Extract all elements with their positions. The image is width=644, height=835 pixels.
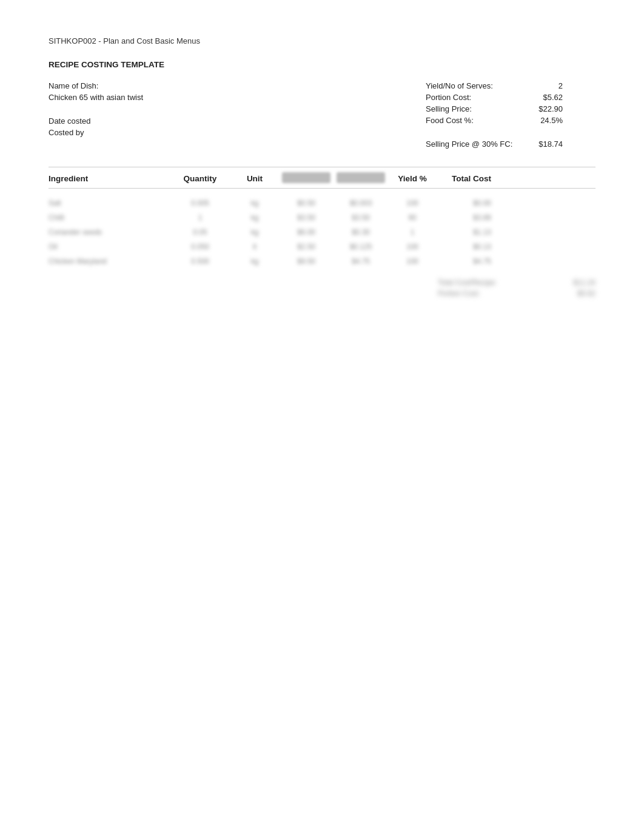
cell-unit: kg	[230, 228, 279, 236]
dish-name-value-row: Chicken 65 with asian twist	[49, 93, 143, 102]
cell-ingredient: Oil	[49, 243, 170, 251]
col-header-blurred-2	[334, 172, 388, 183]
selling-price-label: Selling Price:	[426, 104, 517, 113]
portion-cost-label: Portion Cost:	[426, 93, 517, 102]
costed-by-row: Costed by	[49, 128, 143, 137]
total-cost-recipe-label: Total Cost/Recipe:	[438, 278, 535, 287]
dish-name-value: Chicken 65 with asian twist	[49, 93, 143, 102]
portion-cost-total-label: Portion Cost:	[438, 289, 535, 298]
yield-value: 2	[526, 81, 563, 90]
blurred-header-block-2	[337, 172, 385, 183]
col-header-yield: Yield %	[388, 174, 437, 183]
col-header-total-cost: Total Cost	[437, 174, 491, 183]
cell-col5: $4.75	[334, 257, 388, 266]
yield-label: Yield/No of Serves:	[426, 81, 517, 90]
selling-30-value: $18.74	[526, 139, 563, 149]
col-header-ingredient: Ingredient	[49, 174, 170, 183]
dish-name-label: Name of Dish:	[49, 81, 139, 90]
portion-cost-total-value: $5.62	[559, 289, 595, 298]
total-cost-recipe-row: Total Cost/Recipe: $11.24	[438, 278, 595, 287]
info-section: Name of Dish: Chicken 65 with asian twis…	[49, 81, 595, 149]
cell-total-cost: $0.00	[437, 199, 491, 207]
table-row: Oil 0.050 lt $2.50 $0.125 100 $0.13	[49, 240, 595, 254]
cell-total-cost: $4.75	[437, 257, 491, 266]
portion-cost-row: Portion Cost: $5.62	[426, 93, 595, 102]
cell-yield: 90	[388, 213, 437, 222]
dish-name-label-row: Name of Dish:	[49, 81, 143, 90]
col-header-blurred-1	[279, 172, 334, 183]
cell-col4: $6.00	[279, 228, 334, 236]
cell-ingredient: Coriander seeds	[49, 228, 170, 236]
cell-ingredient: Salt	[49, 199, 170, 207]
cell-quantity: 0.05	[170, 228, 230, 236]
cell-col4: $0.50	[279, 199, 334, 207]
cell-col5: $0.30	[334, 228, 388, 236]
cell-ingredient: Chicken Maryland	[49, 257, 170, 266]
cell-col4: $2.50	[279, 243, 334, 251]
blurred-header-block-1	[282, 172, 330, 183]
col-header-unit: Unit	[230, 174, 279, 183]
cell-total-cost: $1.13	[437, 228, 491, 236]
cell-unit: lt	[230, 243, 279, 251]
cell-col4: $9.50	[279, 257, 334, 266]
col-header-quantity: Quantity	[170, 174, 230, 183]
section-heading: RECIPE COSTING TEMPLATE	[49, 60, 595, 69]
date-costed-label: Date costed	[49, 116, 90, 126]
cell-total-cost: $0.13	[437, 243, 491, 251]
cell-unit: kg	[230, 257, 279, 266]
table-row: Chilli 1 kg $3.50 $3.50 90 $3.89	[49, 210, 595, 225]
info-left: Name of Dish: Chicken 65 with asian twis…	[49, 81, 143, 149]
date-costed-row: Date costed	[49, 116, 143, 126]
cell-col5: $0.125	[334, 243, 388, 251]
cell-col4: $3.50	[279, 213, 334, 222]
cell-quantity: 0.005	[170, 199, 230, 207]
food-cost-value: 24.5%	[526, 116, 563, 125]
yield-row: Yield/No of Serves: 2	[426, 81, 595, 90]
selling-30-row: Selling Price @ 30% FC: $18.74	[426, 139, 595, 149]
table-row: Chicken Maryland 0.500 kg $9.50 $4.75 10…	[49, 254, 595, 269]
selling-price-row: Selling Price: $22.90	[426, 104, 595, 113]
cell-col5: $0.003	[334, 199, 388, 207]
cell-unit: kg	[230, 213, 279, 222]
cell-yield: 1	[388, 228, 437, 236]
cell-total-cost: $3.89	[437, 213, 491, 222]
table-body: Salt 0.005 kg $0.50 $0.003 100 $0.00 Chi…	[49, 196, 595, 269]
table-header: Ingredient Quantity Unit Yield % Total C…	[49, 167, 595, 189]
selling-price-value: $22.90	[526, 104, 563, 113]
cell-col5: $3.50	[334, 213, 388, 222]
cell-unit: kg	[230, 199, 279, 207]
info-right: Yield/No of Serves: 2 Portion Cost: $5.6…	[426, 81, 595, 149]
portion-cost-total-row: Portion Cost: $5.62	[438, 289, 595, 298]
costed-by-label: Costed by	[49, 128, 84, 137]
total-cost-recipe-value: $11.24	[559, 278, 595, 287]
cell-quantity: 0.500	[170, 257, 230, 266]
totals-section: Total Cost/Recipe: $11.24 Portion Cost: …	[49, 278, 595, 300]
cell-yield: 100	[388, 257, 437, 266]
table-row: Salt 0.005 kg $0.50 $0.003 100 $0.00	[49, 196, 595, 210]
selling-30-label: Selling Price @ 30% FC:	[426, 139, 517, 149]
doc-title: SITHKOP002 - Plan and Cost Basic Menus	[49, 36, 595, 45]
cell-yield: 100	[388, 199, 437, 207]
cell-quantity: 0.050	[170, 243, 230, 251]
cell-ingredient: Chilli	[49, 213, 170, 222]
table-row: Coriander seeds 0.05 kg $6.00 $0.30 1 $1…	[49, 225, 595, 240]
food-cost-row: Food Cost %: 24.5%	[426, 116, 595, 125]
portion-cost-value: $5.62	[526, 93, 563, 102]
cell-quantity: 1	[170, 213, 230, 222]
food-cost-label: Food Cost %:	[426, 116, 517, 125]
cell-yield: 100	[388, 243, 437, 251]
